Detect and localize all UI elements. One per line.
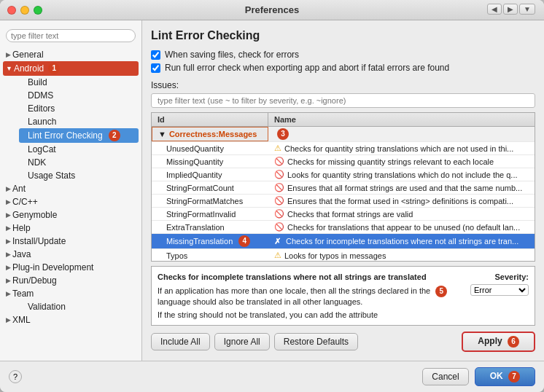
annotation-2: 2 <box>109 130 120 141</box>
sidebar-group-label: C/C++ <box>12 197 38 207</box>
restore-defaults-button[interactable]: Restore Defaults <box>274 333 358 350</box>
nav-down-button[interactable]: ▼ <box>519 4 535 15</box>
annotation-7: 7 <box>508 371 520 383</box>
sidebar-item-validation[interactable]: Validation <box>16 300 141 313</box>
issues-table: Id Name ▼ Correctness:Messages 3 <box>151 112 535 262</box>
severity-select[interactable]: Error Warning Ignore <box>470 284 529 296</box>
error-icon: 🚫 <box>274 170 284 179</box>
arrow-icon: ▶ <box>6 290 11 297</box>
row-name-cell: ⚠Checks for quantity string translations… <box>268 142 535 154</box>
table-row[interactable]: Typos ⚠Looks for typos in messages <box>152 249 535 261</box>
row-id-cell: StringFormatCount <box>152 181 268 194</box>
warning-icon: ⚠ <box>274 144 281 153</box>
nav-back-button[interactable]: ◀ <box>487 4 502 15</box>
nav-forward-button[interactable]: ▶ <box>503 4 518 15</box>
maximize-button[interactable] <box>34 6 42 15</box>
checkbox-export[interactable] <box>151 63 160 73</box>
table-row[interactable]: StringFormatCount 🚫Ensures that all form… <box>152 181 535 195</box>
sidebar-group-label: Plug-in Development <box>12 262 93 273</box>
error-icon: 🚫 <box>274 222 284 232</box>
help-icon[interactable]: ? <box>9 370 22 383</box>
apply-label: Apply <box>478 336 502 346</box>
sidebar-group-label: Team <box>12 289 34 299</box>
col-id-header: Id <box>152 113 268 126</box>
sidebar-item-cpp[interactable]: ▶ C/C++ <box>0 195 141 208</box>
sidebar-item-rundebug[interactable]: ▶ Run/Debug <box>0 274 141 287</box>
table-row[interactable]: ▼ Correctness:Messages 3 <box>152 127 535 142</box>
sidebar-item-label: Build <box>28 77 47 87</box>
row-id-cell: StringFormatMatches <box>152 195 268 207</box>
sidebar-group-label: XML <box>12 315 31 325</box>
row-name-cell: 🚫Checks for missing quantity strings rel… <box>268 155 535 168</box>
annotation-6: 6 <box>508 336 519 348</box>
close-button[interactable] <box>7 6 16 15</box>
sidebar-item-xml[interactable]: ▶ XML <box>0 313 141 326</box>
row-name-cell: ✗ Checks for incomplete translations whe… <box>268 234 535 248</box>
checkbox-save-label: When saving files, check for errors <box>165 50 299 60</box>
row-name-cell: 🚫Ensures that the format used in <string… <box>268 195 535 207</box>
annotation-1: 1 <box>48 63 60 74</box>
sidebar-item-ddms[interactable]: DDMS <box>16 89 141 102</box>
cancel-button[interactable]: Cancel <box>422 368 468 385</box>
sidebar-item-logcat[interactable]: LogCat <box>16 143 141 156</box>
table-row[interactable]: ExtraTranslation 🚫Checks for translation… <box>152 221 535 234</box>
android-children: Build DDMS Editors Launch Lint Error Che… <box>0 76 141 182</box>
sidebar-item-editors[interactable]: Editors <box>16 102 141 115</box>
sidebar-item-launch[interactable]: Launch <box>16 115 141 128</box>
table-body: ▼ Correctness:Messages 3 UnusedQuantity … <box>152 127 535 261</box>
table-row[interactable]: StringFormatMatches 🚫Ensures that the fo… <box>152 195 535 208</box>
checkbox-save[interactable] <box>151 50 160 60</box>
ok-label: OK <box>490 371 503 381</box>
annotation-3: 3 <box>277 128 289 140</box>
sidebar-filter-input[interactable] <box>6 29 136 42</box>
table-row[interactable]: UnusedQuantity ⚠Checks for quantity stri… <box>152 142 535 155</box>
checkbox-row-2: Run full error check when exporting app … <box>151 63 535 73</box>
arrow-icon: ▼ <box>6 65 12 72</box>
arrow-icon: ▶ <box>6 264 11 271</box>
minimize-button[interactable] <box>20 6 29 15</box>
sidebar-item-ant[interactable]: ▶ Ant <box>0 182 141 195</box>
col-name-header: Name <box>268 113 535 126</box>
sidebar-item-usagestats[interactable]: Usage Stats <box>16 169 141 182</box>
arrow-icon: ▶ <box>6 224 11 232</box>
row-name-cell: 🚫Ensures that all format strings are use… <box>268 181 535 194</box>
row-name-cell: 3 <box>268 127 535 141</box>
ignore-all-button[interactable]: Ignore All <box>214 333 270 350</box>
titlebar: Preferences ◀ ▶ ▼ <box>0 0 544 20</box>
sidebar-item-build[interactable]: Build <box>16 76 141 89</box>
table-row-missing-translation[interactable]: MissingTranslation 4 ✗ Checks for incomp… <box>152 234 535 249</box>
annotation-4: 4 <box>238 235 250 247</box>
row-name-cell: ⚠Looks for typos in messages <box>268 249 535 261</box>
include-all-button[interactable]: Include All <box>151 333 210 350</box>
annotation-5: 5 <box>435 286 447 297</box>
sidebar-item-help[interactable]: ▶ Help <box>0 222 141 235</box>
sidebar-item-general[interactable]: ▶ General <box>0 48 141 61</box>
sidebar: ▶ General ▼ Android 1 Build DDMS Editors <box>0 20 142 361</box>
table-row[interactable]: ImpliedQuantity 🚫Looks for quantity stri… <box>152 168 535 181</box>
sidebar-item-genymoble[interactable]: ▶ Genymoble <box>0 208 141 222</box>
sidebar-group-label: Run/Debug <box>12 275 57 286</box>
sidebar-filter-area <box>0 26 141 48</box>
sidebar-item-ndk[interactable]: NDK <box>16 156 141 169</box>
error-icon: 🚫 <box>274 157 284 166</box>
sidebar-item-team[interactable]: ▶ Team <box>0 287 141 300</box>
sidebar-item-plugin[interactable]: ▶ Plug-in Development <box>0 261 141 274</box>
description-area: Severity: Error Warning Ignore Checks fo… <box>151 266 535 326</box>
ok-button[interactable]: OK 7 <box>475 367 535 386</box>
sidebar-item-lint[interactable]: Lint Error Checking 2 <box>19 128 139 143</box>
arrow-icon: ▶ <box>6 198 11 205</box>
sidebar-item-install[interactable]: ▶ Install/Update <box>0 235 141 248</box>
arrow-icon: ▶ <box>6 185 11 192</box>
description-text-1: Checks for incomplete translations where… <box>158 273 529 281</box>
sidebar-item-android[interactable]: ▼ Android 1 <box>3 61 139 76</box>
row-id-cell: MissingQuantity <box>152 155 268 168</box>
apply-button[interactable]: Apply 6 <box>462 332 535 352</box>
row-id-cell: ExtraTranslation <box>152 221 268 233</box>
row-id-cell: ▼ Correctness:Messages <box>152 127 268 141</box>
issues-filter-input[interactable] <box>151 93 535 108</box>
sidebar-item-java[interactable]: ▶ Java <box>0 248 141 261</box>
row-id-cell: Typos <box>152 249 268 261</box>
warning-icon: ⚠ <box>274 251 281 260</box>
table-row[interactable]: MissingQuantity 🚫Checks for missing quan… <box>152 155 535 168</box>
table-row[interactable]: StringFormatInvalid 🚫Checks that format … <box>152 208 535 221</box>
